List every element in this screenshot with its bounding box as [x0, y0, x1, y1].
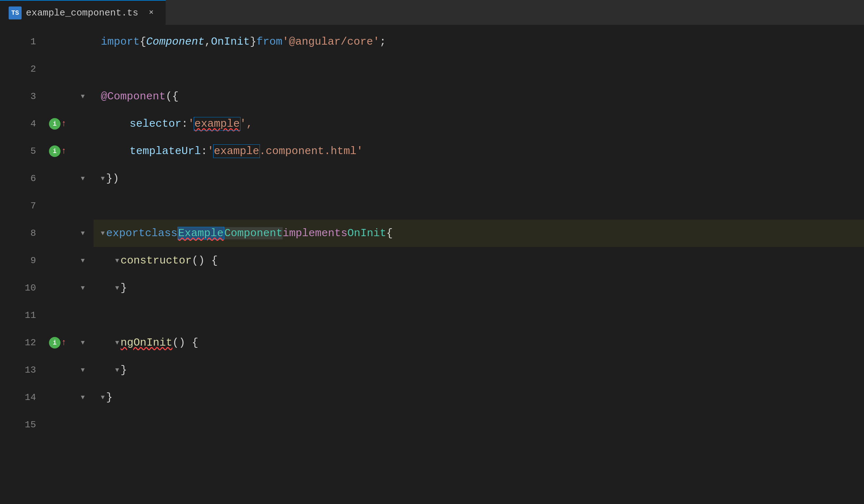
- code-line-15: [94, 411, 864, 438]
- fold-triangle-3[interactable]: ▼: [81, 93, 85, 100]
- token-close-ngoninit: }: [121, 364, 127, 376]
- token-selector-prop: selector: [130, 118, 181, 130]
- fold-line-13[interactable]: ▼: [72, 356, 94, 384]
- info-icon-line5: i: [49, 145, 60, 157]
- diag-line-10: [43, 274, 72, 302]
- fold-line-4: [72, 110, 94, 138]
- token-oninit: OnInit: [211, 36, 250, 48]
- code-line-9: ▼ constructor () {: [94, 247, 864, 274]
- token-component-class: Component: [224, 227, 283, 239]
- fold-inline-10[interactable]: ▼: [115, 284, 119, 292]
- code-line-11: [94, 302, 864, 329]
- fold-inline-6[interactable]: ▼: [101, 175, 105, 182]
- tab-bar: TS example_component.ts ×: [0, 0, 864, 25]
- fold-line-14[interactable]: ▼: [72, 384, 94, 411]
- fold-inline-9[interactable]: ▼: [115, 257, 119, 264]
- token-close-class: }: [106, 391, 113, 404]
- token-templateurl-quote-open: ': [207, 145, 214, 157]
- token-close-decorator: }): [106, 172, 119, 185]
- line-num-3: 3: [0, 83, 36, 110]
- fold-line-1: [72, 28, 94, 55]
- fold-line-3[interactable]: ▼: [72, 83, 94, 110]
- diag-line-7: [43, 192, 72, 220]
- line-num-4: 4: [0, 110, 36, 138]
- code-line-12: ▼ ngOnInit () {: [94, 329, 864, 356]
- diag-line-4[interactable]: i ↑: [43, 110, 72, 138]
- fold-inline-13[interactable]: ▼: [115, 366, 119, 374]
- fold-triangle-13[interactable]: ▼: [81, 366, 85, 374]
- fold-triangle-9[interactable]: ▼: [81, 257, 85, 264]
- code-area[interactable]: import { Component , OnInit } from '@ang…: [94, 25, 864, 504]
- editor-container: TS example_component.ts × 1 2 3 4 5 6 7 …: [0, 0, 864, 504]
- token-class: class: [145, 227, 177, 239]
- code-line-4: selector : 'example',: [94, 110, 864, 138]
- token-brace-open: {: [140, 36, 146, 48]
- code-line-8: ▼ export class Example Component impleme…: [94, 220, 864, 247]
- tab-close-button[interactable]: ×: [145, 7, 157, 19]
- code-line-7: [94, 192, 864, 220]
- up-arrow-line5: ↑: [61, 147, 66, 156]
- info-icon-line4: i: [49, 118, 60, 130]
- code-line-10: ▼ }: [94, 274, 864, 302]
- token-component: Component: [146, 36, 204, 48]
- line-num-8: 8: [0, 220, 36, 247]
- code-line-6: ▼ }): [94, 165, 864, 192]
- diag-line-12[interactable]: i ↑: [43, 329, 72, 356]
- token-export: export: [106, 227, 145, 239]
- code-line-5: templateUrl : 'example.component.html': [94, 138, 864, 165]
- fold-triangle-8[interactable]: ▼: [81, 230, 85, 237]
- line-num-5: 5: [0, 138, 36, 165]
- fold-line-15: [72, 411, 94, 438]
- line-num-7: 7: [0, 192, 36, 220]
- diag-line-8: [43, 220, 72, 247]
- typescript-icon: TS: [9, 6, 22, 19]
- fold-inline-12[interactable]: ▼: [115, 339, 119, 346]
- token-templateurl-prop: templateUrl: [130, 145, 201, 157]
- token-ngoninit-parens: () {: [172, 337, 198, 349]
- fold-line-10[interactable]: ▼: [72, 274, 94, 302]
- code-line-13: ▼ }: [94, 356, 864, 384]
- fold-line-12[interactable]: ▼: [72, 329, 94, 356]
- diag-line-14: [43, 384, 72, 411]
- fold-triangle-10[interactable]: ▼: [81, 284, 85, 292]
- diag-line-6: [43, 165, 72, 192]
- code-line-1: import { Component , OnInit } from '@ang…: [94, 28, 864, 55]
- code-line-14: ▼ }: [94, 384, 864, 411]
- line-num-11: 11: [0, 302, 36, 329]
- fold-line-9[interactable]: ▼: [72, 247, 94, 274]
- token-close-constructor: }: [121, 282, 127, 294]
- up-arrow-line12: ↑: [61, 338, 66, 347]
- line-num-14: 14: [0, 384, 36, 411]
- fold-gutter: ▼ ▼ ▼ ▼ ▼ ▼ ▼ ▼: [72, 25, 94, 504]
- diag-line-5[interactable]: i ↑: [43, 138, 72, 165]
- fold-line-2: [72, 55, 94, 83]
- fold-line-8[interactable]: ▼: [72, 220, 94, 247]
- diag-line-3: [43, 83, 72, 110]
- line-num-1: 1: [0, 28, 36, 55]
- tab-example-component[interactable]: TS example_component.ts ×: [0, 0, 166, 25]
- fold-line-6[interactable]: ▼: [72, 165, 94, 192]
- fold-triangle-6[interactable]: ▼: [81, 175, 85, 182]
- token-ngoninit: ngOnInit: [121, 337, 172, 349]
- token-constructor: constructor: [121, 255, 192, 267]
- diagnostic-gutter: i ↑ i ↑ i ↑: [43, 25, 72, 504]
- diag-line-15: [43, 411, 72, 438]
- token-at-component: @Component: [101, 90, 166, 103]
- token-semi1: ;: [379, 36, 386, 48]
- token-selector-value: example: [194, 118, 240, 130]
- token-selector-quote-close: ',: [240, 118, 253, 130]
- fold-line-5: [72, 138, 94, 165]
- token-constructor-parens: () {: [192, 255, 218, 267]
- line-num-10: 10: [0, 274, 36, 302]
- fold-triangle-12[interactable]: ▼: [81, 339, 85, 346]
- fold-inline-8[interactable]: ▼: [101, 230, 105, 237]
- fold-inline-14[interactable]: ▼: [101, 394, 105, 401]
- code-line-3: @Component ({: [94, 83, 864, 110]
- fold-line-11: [72, 302, 94, 329]
- fold-triangle-14[interactable]: ▼: [81, 394, 85, 401]
- line-num-9: 9: [0, 247, 36, 274]
- token-import: import: [101, 36, 140, 48]
- diag-line-13: [43, 356, 72, 384]
- code-line-2: [94, 55, 864, 83]
- token-brace-close: }: [250, 36, 256, 48]
